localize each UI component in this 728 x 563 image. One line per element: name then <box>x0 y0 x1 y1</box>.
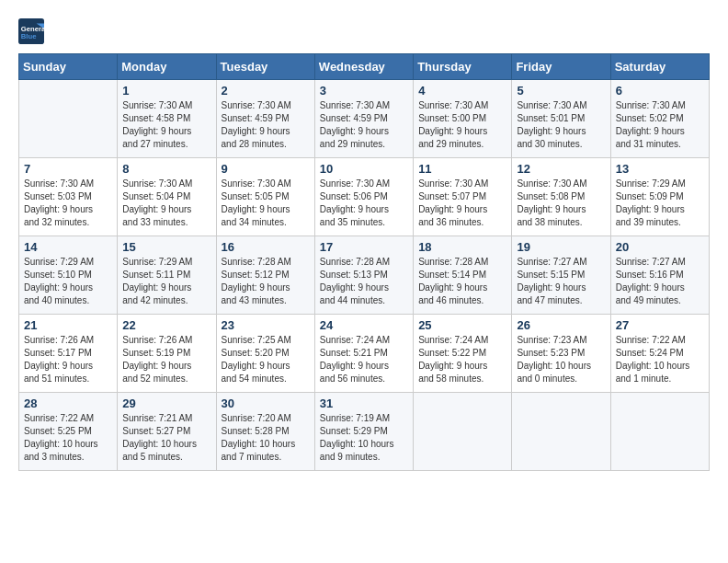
calendar-body: 1Sunrise: 7:30 AMSunset: 4:58 PMDaylight… <box>19 80 710 471</box>
day-cell: 30Sunrise: 7:20 AMSunset: 5:28 PMDayligh… <box>216 393 314 471</box>
day-cell: 28Sunrise: 7:22 AMSunset: 5:25 PMDayligh… <box>19 393 118 471</box>
day-cell: 29Sunrise: 7:21 AMSunset: 5:27 PMDayligh… <box>118 393 216 471</box>
day-cell: 25Sunrise: 7:24 AMSunset: 5:22 PMDayligh… <box>414 315 512 393</box>
day-number: 19 <box>517 240 605 254</box>
col-header-friday: Friday <box>512 54 610 80</box>
day-number: 12 <box>517 162 605 176</box>
day-info: Sunrise: 7:23 AMSunset: 5:23 PMDaylight:… <box>517 334 605 385</box>
day-number: 9 <box>222 162 310 176</box>
day-info: Sunrise: 7:19 AMSunset: 5:29 PMDaylight:… <box>320 412 408 464</box>
day-cell: 7Sunrise: 7:30 AMSunset: 5:03 PMDaylight… <box>19 158 118 236</box>
day-number: 16 <box>222 240 310 254</box>
day-number: 2 <box>222 84 310 98</box>
logo: General Blue <box>18 18 44 44</box>
day-number: 14 <box>24 240 112 254</box>
day-cell: 8Sunrise: 7:30 AMSunset: 5:04 PMDaylight… <box>118 158 216 236</box>
day-info: Sunrise: 7:30 AMSunset: 5:08 PMDaylight:… <box>517 178 605 229</box>
day-cell: 13Sunrise: 7:29 AMSunset: 5:09 PMDayligh… <box>610 158 709 236</box>
day-number: 18 <box>418 240 506 254</box>
day-cell: 31Sunrise: 7:19 AMSunset: 5:29 PMDayligh… <box>314 393 413 471</box>
day-number: 10 <box>320 162 408 176</box>
week-row-2: 7Sunrise: 7:30 AMSunset: 5:03 PMDaylight… <box>19 158 710 236</box>
day-cell: 10Sunrise: 7:30 AMSunset: 5:06 PMDayligh… <box>314 158 413 236</box>
day-cell: 18Sunrise: 7:28 AMSunset: 5:14 PMDayligh… <box>414 236 512 315</box>
day-number: 11 <box>418 162 506 176</box>
day-info: Sunrise: 7:28 AMSunset: 5:13 PMDaylight:… <box>320 256 408 307</box>
day-number: 1 <box>122 84 210 98</box>
day-cell: 16Sunrise: 7:28 AMSunset: 5:12 PMDayligh… <box>216 236 314 315</box>
col-header-wednesday: Wednesday <box>314 54 413 80</box>
col-header-monday: Monday <box>118 54 216 80</box>
day-number: 23 <box>222 318 310 332</box>
col-header-saturday: Saturday <box>610 54 709 80</box>
day-info: Sunrise: 7:20 AMSunset: 5:28 PMDaylight:… <box>222 412 310 464</box>
day-info: Sunrise: 7:22 AMSunset: 5:24 PMDaylight:… <box>616 334 704 385</box>
day-cell: 21Sunrise: 7:26 AMSunset: 5:17 PMDayligh… <box>19 315 118 393</box>
day-cell: 5Sunrise: 7:30 AMSunset: 5:01 PMDaylight… <box>512 80 610 158</box>
day-info: Sunrise: 7:30 AMSunset: 5:00 PMDaylight:… <box>418 99 506 151</box>
day-info: Sunrise: 7:30 AMSunset: 4:58 PMDaylight:… <box>122 99 210 151</box>
day-number: 20 <box>616 240 704 254</box>
day-info: Sunrise: 7:29 AMSunset: 5:10 PMDaylight:… <box>24 256 112 307</box>
svg-text:Blue: Blue <box>21 32 37 40</box>
day-cell: 6Sunrise: 7:30 AMSunset: 5:02 PMDaylight… <box>610 80 709 158</box>
day-number: 29 <box>122 396 210 410</box>
day-cell <box>512 393 610 471</box>
day-number: 28 <box>24 396 112 410</box>
day-info: Sunrise: 7:28 AMSunset: 5:12 PMDaylight:… <box>222 256 310 307</box>
week-row-4: 21Sunrise: 7:26 AMSunset: 5:17 PMDayligh… <box>19 315 710 393</box>
day-cell: 2Sunrise: 7:30 AMSunset: 4:59 PMDaylight… <box>216 80 314 158</box>
day-number: 6 <box>616 84 704 98</box>
day-cell: 19Sunrise: 7:27 AMSunset: 5:15 PMDayligh… <box>512 236 610 315</box>
col-header-sunday: Sunday <box>19 54 118 80</box>
day-number: 5 <box>517 84 605 98</box>
day-info: Sunrise: 7:30 AMSunset: 5:07 PMDaylight:… <box>418 178 506 229</box>
day-cell: 20Sunrise: 7:27 AMSunset: 5:16 PMDayligh… <box>610 236 709 315</box>
day-number: 31 <box>320 396 408 410</box>
day-number: 25 <box>418 318 506 332</box>
col-header-thursday: Thursday <box>414 54 512 80</box>
day-number: 4 <box>418 84 506 98</box>
day-info: Sunrise: 7:21 AMSunset: 5:27 PMDaylight:… <box>122 412 210 464</box>
day-info: Sunrise: 7:30 AMSunset: 5:01 PMDaylight:… <box>517 99 605 151</box>
day-number: 26 <box>517 318 605 332</box>
day-info: Sunrise: 7:30 AMSunset: 5:02 PMDaylight:… <box>616 99 704 151</box>
day-number: 3 <box>320 84 408 98</box>
week-row-5: 28Sunrise: 7:22 AMSunset: 5:25 PMDayligh… <box>19 393 710 471</box>
day-cell: 4Sunrise: 7:30 AMSunset: 5:00 PMDaylight… <box>414 80 512 158</box>
calendar-header: SundayMondayTuesdayWednesdayThursdayFrid… <box>19 54 710 80</box>
day-cell <box>414 393 512 471</box>
calendar-table: SundayMondayTuesdayWednesdayThursdayFrid… <box>18 53 710 471</box>
day-cell <box>610 393 709 471</box>
day-info: Sunrise: 7:28 AMSunset: 5:14 PMDaylight:… <box>418 256 506 307</box>
day-info: Sunrise: 7:29 AMSunset: 5:09 PMDaylight:… <box>616 178 704 229</box>
day-number: 15 <box>122 240 210 254</box>
day-number: 7 <box>24 162 112 176</box>
day-number: 27 <box>616 318 704 332</box>
day-cell <box>19 80 118 158</box>
day-info: Sunrise: 7:30 AMSunset: 5:03 PMDaylight:… <box>24 178 112 229</box>
day-number: 8 <box>122 162 210 176</box>
day-cell: 1Sunrise: 7:30 AMSunset: 4:58 PMDaylight… <box>118 80 216 158</box>
day-info: Sunrise: 7:27 AMSunset: 5:15 PMDaylight:… <box>517 256 605 307</box>
day-number: 30 <box>222 396 310 410</box>
day-cell: 23Sunrise: 7:25 AMSunset: 5:20 PMDayligh… <box>216 315 314 393</box>
day-cell: 17Sunrise: 7:28 AMSunset: 5:13 PMDayligh… <box>314 236 413 315</box>
day-number: 21 <box>24 318 112 332</box>
day-info: Sunrise: 7:30 AMSunset: 5:05 PMDaylight:… <box>222 178 310 229</box>
day-cell: 24Sunrise: 7:24 AMSunset: 5:21 PMDayligh… <box>314 315 413 393</box>
day-cell: 9Sunrise: 7:30 AMSunset: 5:05 PMDaylight… <box>216 158 314 236</box>
day-info: Sunrise: 7:29 AMSunset: 5:11 PMDaylight:… <box>122 256 210 307</box>
col-header-tuesday: Tuesday <box>216 54 314 80</box>
day-cell: 26Sunrise: 7:23 AMSunset: 5:23 PMDayligh… <box>512 315 610 393</box>
week-row-3: 14Sunrise: 7:29 AMSunset: 5:10 PMDayligh… <box>19 236 710 315</box>
logo-icon: General Blue <box>18 18 44 44</box>
day-info: Sunrise: 7:30 AMSunset: 4:59 PMDaylight:… <box>320 99 408 151</box>
day-number: 17 <box>320 240 408 254</box>
day-info: Sunrise: 7:26 AMSunset: 5:19 PMDaylight:… <box>122 334 210 385</box>
day-number: 24 <box>320 318 408 332</box>
day-info: Sunrise: 7:30 AMSunset: 5:06 PMDaylight:… <box>320 178 408 229</box>
day-info: Sunrise: 7:25 AMSunset: 5:20 PMDaylight:… <box>222 334 310 385</box>
day-info: Sunrise: 7:26 AMSunset: 5:17 PMDaylight:… <box>24 334 112 385</box>
day-info: Sunrise: 7:24 AMSunset: 5:21 PMDaylight:… <box>320 334 408 385</box>
